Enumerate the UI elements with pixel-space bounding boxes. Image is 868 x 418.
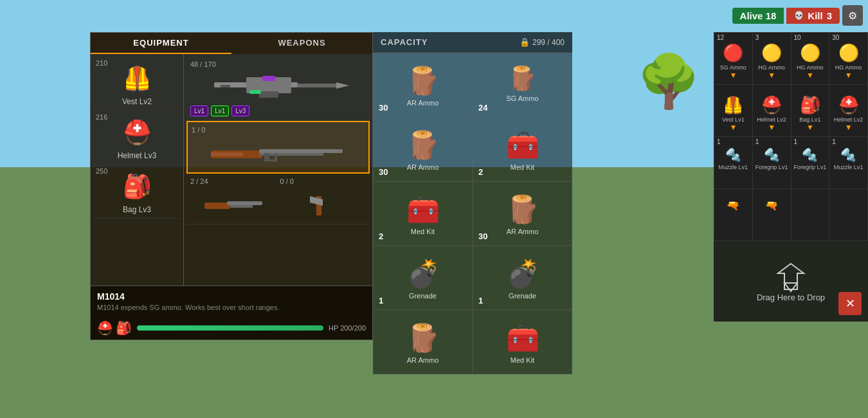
weapon1-image bbox=[190, 71, 366, 103]
inv-foregrip-lv1-1[interactable]: 1 🔩 Foregrip Lv1 bbox=[753, 137, 791, 188]
inv-helmet-label-1: Helmet Lv2 bbox=[757, 116, 786, 123]
svg-rect-6 bbox=[262, 76, 275, 81]
weapon3b-image bbox=[280, 188, 366, 220]
weapon1-attachments: Lv1 Lv1 Lv3 bbox=[190, 105, 366, 116]
drop-zone-icon bbox=[775, 260, 807, 293]
inv-muzzle-label-2: Muzzle Lv1 bbox=[834, 164, 863, 170]
inv-weapon-2[interactable]: 🔫 bbox=[753, 189, 791, 241]
svg-rect-2 bbox=[298, 84, 336, 87]
inv-sg-ammo[interactable]: 12 🔴 SG Ammo ▼ bbox=[714, 33, 752, 84]
bag-level: 250 bbox=[96, 167, 107, 175]
settings-button[interactable]: ⚙ bbox=[842, 5, 863, 26]
inv-foregrip-icon-1: 🔩 bbox=[764, 147, 780, 163]
tab-weapons[interactable]: WEAPONS bbox=[231, 33, 372, 54]
weapon2-image bbox=[192, 136, 365, 168]
item-description: M1014 expends SG ammo. Works best over s… bbox=[97, 304, 366, 311]
cap-ar-ammo-1[interactable]: 🪵 AR Ammo 30 bbox=[373, 53, 473, 117]
cap-grenade-1[interactable]: 💣 Grenade 1 bbox=[373, 246, 473, 310]
inv-foregrip-icon-2: 🔩 bbox=[802, 147, 818, 163]
equip-bag[interactable]: 250 🎒 Bag Lv3 bbox=[93, 165, 181, 219]
inv-foregrip-label-1: Foregrip Lv1 bbox=[755, 164, 788, 170]
svg-rect-15 bbox=[204, 203, 230, 209]
inv-bag-lv1[interactable]: 🎒 Bag Lv1 ▼ bbox=[791, 85, 829, 136]
inv-weapon-1[interactable]: 🔫 bbox=[714, 189, 752, 241]
weapon-slot-3[interactable]: 2 / 24 0 / 0 bbox=[186, 174, 370, 224]
inv-sg-ammo-label: SG Ammo bbox=[720, 64, 746, 71]
inv-hg-ammo-icon-1: 🟡 bbox=[761, 43, 782, 63]
inv-muzzle-label-1: Muzzle Lv1 bbox=[719, 164, 748, 170]
capacity-title: CAPACITY bbox=[381, 37, 428, 47]
ar-ammo-label-4: AR Ammo bbox=[407, 356, 439, 364]
skull-icon: 💀 bbox=[794, 11, 804, 20]
alive-count: 18 bbox=[766, 10, 777, 21]
svg-rect-3 bbox=[259, 91, 278, 98]
bag-equip-icon: 🎒 bbox=[116, 320, 132, 336]
weapon-slot-3b: 0 / 0 bbox=[280, 177, 366, 220]
inv-foregrip-lv1-2[interactable]: 1 🔩 Foregrip Lv1 bbox=[791, 137, 829, 188]
equipment-weapons-panel: EQUIPMENT WEAPONS 210 🦺 Vest Lv2 216 ⛑️ … bbox=[90, 32, 373, 340]
tab-equipment[interactable]: EQUIPMENT bbox=[91, 33, 231, 54]
helmet-equip-icon: ⛑️ bbox=[97, 320, 113, 336]
weapon-slot-1[interactable]: 48 / 170 Lv1 bbox=[186, 57, 370, 121]
med-kit-icon-1: 🧰 bbox=[506, 129, 539, 161]
inv-muzzle-lv1-2[interactable]: 1 🔩 Muzzle Lv1 bbox=[829, 137, 867, 188]
close-button[interactable]: ✕ bbox=[838, 292, 862, 315]
close-icon: ✕ bbox=[845, 296, 855, 311]
inv-hg-ammo-2[interactable]: 10 🟡 HG Ammo ▼ bbox=[791, 33, 829, 84]
weapon3a-ammo: 2 / 24 bbox=[190, 177, 276, 185]
inv-helmet-lv2-2[interactable]: ⛑️ Helmet Lv2 ▼ bbox=[829, 85, 867, 136]
inv-hg-ammo-1[interactable]: 3 🟡 HG Ammo ▼ bbox=[753, 33, 791, 84]
shotgun2-icon bbox=[201, 190, 266, 219]
cap-grenade-2[interactable]: 💣 Grenade 1 bbox=[473, 246, 572, 310]
weapon-slot-2[interactable]: 1 / 0 bbox=[186, 121, 370, 174]
hp-bar-fill bbox=[137, 325, 323, 331]
inv-empty-2 bbox=[829, 189, 867, 241]
item-info-bar: M1014 M1014 expends SG ammo. Works best … bbox=[91, 286, 372, 316]
kill-badge: 💀 Kill 3 bbox=[786, 8, 840, 24]
equip-vest[interactable]: 210 🦺 Vest Lv2 bbox=[93, 57, 181, 111]
svg-rect-16 bbox=[227, 201, 262, 205]
inv-helmet-label-2: Helmet Lv2 bbox=[834, 116, 863, 123]
equip-helmet[interactable]: 216 ⛑️ Helmet Lv3 bbox=[93, 111, 181, 165]
inv-sg-ammo-arrow: ▼ bbox=[729, 71, 737, 80]
shotgun-icon bbox=[208, 136, 349, 168]
inv-hg-ammo-label-2: HG Ammo bbox=[797, 64, 824, 71]
cap-ar-ammo-4[interactable]: 🪵 AR Ammo bbox=[373, 310, 473, 374]
cap-ar-ammo-3[interactable]: 🪵 AR Ammo 30 bbox=[473, 181, 572, 246]
med-kit-icon-2: 🧰 bbox=[406, 194, 440, 225]
inv-vest-label: Vest Lv1 bbox=[722, 116, 745, 123]
inv-hg-ammo-arrow-2: ▼ bbox=[806, 71, 814, 80]
sg-ammo-icon: 🪵 bbox=[508, 65, 537, 92]
hp-text: HP 200/200 bbox=[329, 324, 366, 332]
weapon1-ammo: 48 / 170 bbox=[190, 60, 366, 68]
inv-hg-ammo-label-1: HG Ammo bbox=[758, 64, 785, 71]
inv-hg-ammo-3[interactable]: 30 🟡 HG Ammo ▼ bbox=[829, 33, 867, 84]
cap-ar-ammo-2[interactable]: 🪵 AR Ammo 30 bbox=[373, 117, 473, 181]
ar-ammo-count-2: 30 bbox=[379, 167, 388, 177]
inv-vest-lv1[interactable]: 🦺 Vest Lv1 ▼ bbox=[714, 85, 752, 136]
weapons-column: 48 / 170 Lv1 bbox=[184, 54, 372, 286]
svg-marker-20 bbox=[778, 264, 804, 289]
ar-ammo-icon-4: 🪵 bbox=[406, 322, 440, 354]
med-kit-label-1: Med Kit bbox=[511, 163, 534, 171]
inv-foregrip-label-2: Foregrip Lv1 bbox=[794, 164, 827, 170]
capacity-grid: 🪵 AR Ammo 30 🪵 SG Ammo 24 🪵 AR Ammo 30 🧰… bbox=[373, 53, 572, 374]
svg-rect-4 bbox=[221, 85, 230, 87]
helmet-icon: ⛑️ bbox=[114, 114, 159, 150]
inv-helmet-lv2-1[interactable]: ⛑️ Helmet Lv2 ▼ bbox=[753, 85, 791, 136]
capacity-count: 🔒 299 / 400 bbox=[520, 37, 565, 47]
inv-muzzle-lv1-1[interactable]: 1 🔩 Muzzle Lv1 bbox=[714, 137, 752, 188]
ar-ammo-icon-2: 🪵 bbox=[406, 129, 440, 161]
grenade-label-1: Grenade bbox=[409, 292, 437, 300]
cap-med-kit-1[interactable]: 🧰 Med Kit 2 bbox=[473, 117, 572, 181]
grenade-icon-1: 💣 bbox=[406, 258, 440, 289]
inventory-grid: 12 🔴 SG Ammo ▼ 3 🟡 HG Ammo ▼ 10 🟡 HG Amm… bbox=[714, 32, 868, 241]
panel-tabs: EQUIPMENT WEAPONS bbox=[91, 33, 372, 54]
inv-helmet-icon-1: ⛑️ bbox=[761, 95, 782, 115]
inventory-panel: 12 🔴 SG Ammo ▼ 3 🟡 HG Ammo ▼ 10 🟡 HG Amm… bbox=[714, 32, 868, 322]
inv-helmet-icon-2: ⛑️ bbox=[838, 95, 859, 115]
cap-med-kit-2[interactable]: 🧰 Med Kit 2 bbox=[373, 181, 473, 246]
cap-sg-ammo[interactable]: 🪵 SG Ammo 24 bbox=[473, 53, 572, 117]
inv-hg-ammo-arrow-3: ▼ bbox=[845, 71, 853, 80]
cap-med-kit-3[interactable]: 🧰 Med Kit bbox=[473, 310, 572, 374]
